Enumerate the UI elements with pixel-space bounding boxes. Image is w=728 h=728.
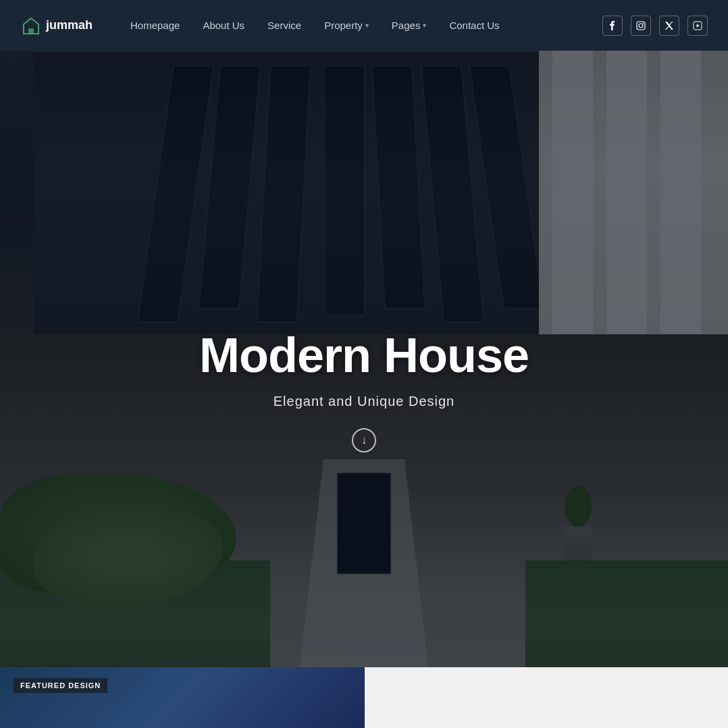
chevron-down-icon: ↓ [361, 434, 367, 446]
pages-chevron-icon: ▾ [423, 22, 426, 29]
hero-section: Modern House Elegant and Unique Design ↓ [0, 0, 728, 696]
hero-content: Modern House Elegant and Unique Design [199, 328, 529, 409]
logo-icon [20, 15, 42, 36]
svg-rect-0 [28, 28, 34, 34]
nav-item-contact-us[interactable]: Contact Us [438, 14, 510, 36]
featured-card[interactable]: FEATURED DESIGN [0, 667, 365, 728]
social-links [602, 16, 708, 36]
nav-links: Homepage About Us Service Property ▾ Pag… [120, 14, 602, 36]
svg-point-2 [639, 24, 643, 28]
hero-title: Modern House [199, 328, 529, 383]
instagram-icon[interactable] [631, 16, 651, 36]
twitter-icon[interactable] [659, 16, 679, 36]
nav-item-pages[interactable]: Pages ▾ [381, 14, 438, 36]
svg-point-3 [643, 22, 644, 24]
scroll-down-button[interactable]: ↓ [352, 428, 376, 452]
logo[interactable]: jummah [20, 15, 93, 36]
nav-item-homepage[interactable]: Homepage [120, 14, 190, 36]
nav-item-about-us[interactable]: About Us [192, 14, 255, 36]
hero-subtitle: Elegant and Unique Design [199, 394, 529, 409]
nav-item-property[interactable]: Property ▾ [313, 14, 380, 36]
svg-rect-1 [637, 22, 645, 30]
facebook-icon[interactable] [602, 16, 623, 36]
brand-name: jummah [46, 18, 93, 32]
bottom-cards: FEATURED DESIGN [0, 667, 728, 728]
right-card [365, 667, 728, 728]
property-chevron-icon: ▾ [365, 22, 369, 29]
featured-badge: FEATURED DESIGN [14, 678, 107, 693]
nav-item-service[interactable]: Service [257, 14, 312, 36]
youtube-icon[interactable] [687, 16, 708, 36]
navbar: jummah Homepage About Us Service Propert… [0, 0, 728, 51]
